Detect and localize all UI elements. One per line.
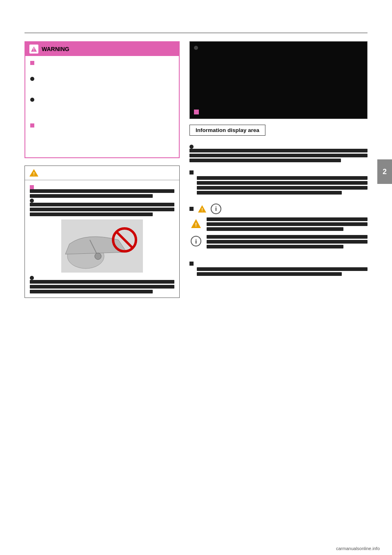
text-line xyxy=(30,280,174,284)
info-display-label-wrapper: Information display area xyxy=(189,122,368,136)
text-line xyxy=(30,194,153,198)
text-line xyxy=(197,272,342,276)
warning-section-3 xyxy=(30,97,174,120)
bullet-square-1 xyxy=(30,61,34,65)
text-line xyxy=(197,176,368,180)
warning-triangle-icon: ! xyxy=(189,217,203,230)
square-bullet-bottom xyxy=(189,262,194,266)
bullet-circle-c2 xyxy=(30,199,34,203)
text-line xyxy=(207,245,343,248)
caution-image-inner xyxy=(61,219,143,273)
warning-section-1 xyxy=(30,60,174,74)
square-bullet-icon xyxy=(189,207,194,211)
right-circle-bullet-1 xyxy=(189,145,368,162)
text-line xyxy=(207,222,368,226)
bullet-circle-c3 xyxy=(30,276,34,280)
right-section-circle xyxy=(189,144,368,162)
warning-section-2 xyxy=(30,76,174,94)
warning-box: ! WARNING xyxy=(24,41,180,158)
caution-section-1 xyxy=(30,185,174,198)
right-bottom-text xyxy=(189,267,368,276)
svg-text:!: ! xyxy=(195,222,197,228)
warning-label: WARNING xyxy=(42,46,69,52)
text-line xyxy=(207,217,368,221)
text-line xyxy=(207,235,368,239)
bullet-square-4 xyxy=(30,123,34,128)
main-content: ! WARNING xyxy=(0,41,392,298)
warning-icon-row: ! xyxy=(189,217,368,231)
svg-point-7 xyxy=(95,253,101,260)
right-section-square xyxy=(189,170,368,195)
text-line xyxy=(207,227,343,231)
text-line xyxy=(189,159,341,162)
bullet-circle-3 xyxy=(30,98,34,102)
caution-triangle-icon: ! xyxy=(29,168,39,177)
bullet-square-c1 xyxy=(30,185,34,189)
right-bottom-section xyxy=(189,262,368,276)
caution-text-3 xyxy=(30,280,174,293)
text-line xyxy=(207,240,368,244)
text-line xyxy=(189,149,368,152)
warning-header: ! WARNING xyxy=(25,42,179,56)
caution-illustration xyxy=(61,219,143,273)
info-badge-icon: i xyxy=(211,204,221,214)
right-section-header xyxy=(189,170,368,175)
text-line xyxy=(30,290,153,293)
bullet-circle-r1 xyxy=(189,145,194,149)
text-line xyxy=(30,208,174,211)
info-circle-icon: i xyxy=(189,235,203,247)
caution-text-2 xyxy=(30,203,174,216)
right-text-2 xyxy=(189,176,368,195)
right-text-1 xyxy=(189,149,368,162)
info-icon-text xyxy=(207,235,368,248)
caution-header: ! xyxy=(25,166,179,180)
text-line xyxy=(30,189,174,193)
text-line xyxy=(197,181,368,185)
display-small-square xyxy=(194,110,199,114)
square-bullet-r2 xyxy=(189,170,194,175)
text-line xyxy=(30,203,174,206)
right-icon-section: ! i ! xyxy=(189,204,368,253)
caution-body xyxy=(25,180,179,298)
display-image-box xyxy=(189,41,368,119)
text-line xyxy=(30,213,153,216)
footer-url: carmanualsonline.info xyxy=(336,546,380,551)
display-dot xyxy=(194,46,198,50)
bullet-circle-2 xyxy=(30,77,34,81)
display-image-inner xyxy=(190,42,367,119)
caution-section-3 xyxy=(30,276,174,293)
info-display-label: Information display area xyxy=(189,125,265,136)
warning-icon: ! xyxy=(29,45,38,54)
page: 2 ! WARNING xyxy=(0,0,392,555)
right-column: Information display area xyxy=(189,41,368,298)
svg-text:!: ! xyxy=(33,171,35,176)
text-line xyxy=(30,285,174,289)
svg-text:!: ! xyxy=(201,207,203,212)
warning-body xyxy=(25,56,179,157)
display-area-container: Information display area xyxy=(189,41,368,136)
left-column: ! WARNING xyxy=(24,41,180,298)
text-line xyxy=(189,154,368,157)
warning-section-4 xyxy=(30,123,174,151)
text-line xyxy=(197,186,368,190)
text-line xyxy=(197,191,342,195)
warning-badge-icon: ! xyxy=(197,204,207,214)
text-line xyxy=(197,267,368,271)
warning-icon-text xyxy=(207,217,368,231)
right-bottom-header xyxy=(189,262,368,266)
caution-section-2 xyxy=(30,199,174,216)
caution-text-1 xyxy=(30,189,174,198)
info-icon-row: i xyxy=(189,235,368,248)
chapter-number: 2 xyxy=(383,168,387,176)
icon-section-header: ! i xyxy=(189,204,368,214)
top-divider xyxy=(24,33,368,33)
chapter-tab: 2 xyxy=(377,159,392,184)
caution-box: ! xyxy=(24,166,180,298)
svg-text:!: ! xyxy=(33,47,34,52)
